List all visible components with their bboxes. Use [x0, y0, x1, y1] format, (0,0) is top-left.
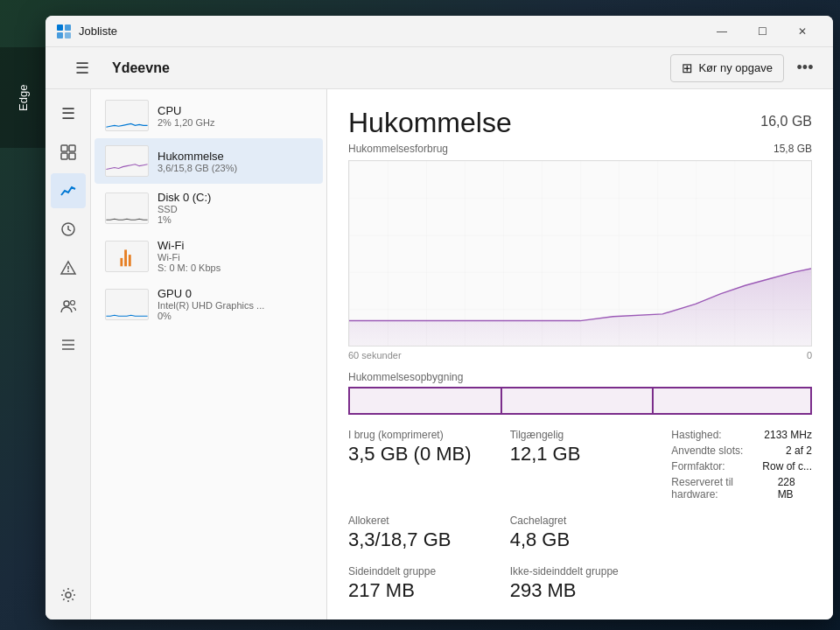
available-value: 12,1 GB: [510, 443, 651, 466]
edge-taskbar-label: Edge: [0, 47, 46, 148]
run-task-button[interactable]: ⊞ Kør ny opgave: [670, 54, 784, 82]
composition-label: Hukommelsesopbygning: [348, 371, 812, 383]
in-use-label: I brug (komprimeret): [348, 429, 489, 441]
disk-sub1: SSD: [158, 204, 312, 214]
composition-bar: [348, 387, 812, 415]
memory-sub: 3,6/15,8 GB (23%): [158, 163, 312, 173]
header-title: Ydeevne: [112, 60, 663, 76]
sidebar-item-startup[interactable]: [51, 250, 86, 285]
comp-segment-3: [654, 388, 810, 413]
stat-available: Tilgængelig 12,1 GB: [510, 429, 651, 500]
slots-row: Anvendte slots: 2 af 2: [671, 444, 812, 457]
process-item-wifi[interactable]: Wi-Fi Wi-Fi S: 0 M: 0 Kbps: [94, 232, 323, 280]
disk-info: Disk 0 (C:) SSD 1%: [158, 191, 312, 225]
svg-point-11: [67, 270, 69, 272]
svg-rect-1: [65, 24, 71, 31]
sidebar-item-menu[interactable]: ☰: [51, 96, 86, 131]
memory-name: Hukommelse: [158, 150, 312, 163]
cpu-info: CPU 2% 1,20 GHz: [158, 104, 312, 128]
window-controls: — ☐ ✕: [702, 16, 822, 47]
process-item-disk[interactable]: Disk 0 (C:) SSD 1%: [94, 184, 323, 232]
comp-segment-2: [502, 388, 654, 413]
stat-paged: Sideinddelt gruppe 217 MB: [348, 565, 489, 602]
svg-rect-4: [61, 145, 67, 151]
memory-info: Hukommelse 3,6/15,8 GB (23%): [158, 150, 312, 173]
header-bar: ☰ Ydeevne ⊞ Kør ny opgave •••: [46, 47, 833, 89]
cached-value: 4,8 GB: [510, 528, 651, 551]
disk-name: Disk 0 (C:): [158, 191, 312, 204]
speed-row: Hastighed: 2133 MHz: [671, 429, 812, 441]
sidebar-item-details[interactable]: [51, 327, 86, 362]
titlebar: Jobliste — ☐ ✕: [46, 16, 833, 47]
memory-title: Hukommelse: [348, 107, 512, 139]
stat-cached: Cachelagret 4,8 GB: [510, 514, 651, 551]
memory-mini-chart: [105, 145, 149, 177]
available-label: Tilgængelig: [510, 429, 651, 441]
right-panel: Hukommelse 16,0 GB Hukommelsesforbrug 15…: [327, 89, 833, 620]
nonpaged-label: Ikke-sideinddelt gruppe: [510, 565, 651, 578]
cached-label: Cachelagret: [510, 514, 651, 527]
run-task-label: Kør ny opgave: [698, 61, 773, 74]
sidebar-item-users[interactable]: [51, 289, 86, 324]
run-task-icon: ⊞: [682, 60, 693, 76]
memory-total: 16,0 GB: [760, 114, 812, 130]
reserved-label: Reserveret til hardware:: [671, 476, 777, 500]
svg-rect-6: [61, 153, 67, 159]
process-item-cpu[interactable]: CPU 2% 1,20 GHz: [94, 93, 323, 138]
wifi-info: Wi-Fi Wi-Fi S: 0 M: 0 Kbps: [158, 239, 312, 273]
wifi-sub1: Wi-Fi: [158, 252, 312, 262]
disk-mini-chart: [105, 192, 149, 224]
menu-button[interactable]: ☰: [68, 54, 96, 82]
svg-rect-7: [69, 153, 75, 159]
disk-sub2: 1%: [158, 214, 312, 225]
header-actions: ⊞ Kør ny opgave •••: [670, 54, 819, 82]
minimize-button[interactable]: —: [702, 16, 742, 47]
stat-in-use: I brug (komprimeret) 3,5 GB (0 MB): [348, 429, 489, 500]
time-right: 0: [807, 350, 812, 360]
content-area: ☰: [46, 89, 833, 620]
cpu-name: CPU: [158, 104, 312, 117]
speed-value: 2133 MHz: [764, 429, 812, 441]
svg-rect-2: [57, 32, 63, 38]
form-row: Formfaktor: Row of c...: [671, 460, 812, 472]
memory-graph: [348, 160, 812, 346]
sidebar-item-performance[interactable]: [51, 173, 86, 208]
svg-point-13: [70, 301, 74, 305]
close-button[interactable]: ✕: [782, 16, 822, 47]
more-options-button[interactable]: •••: [791, 54, 819, 82]
gpu-mini-chart: [105, 289, 149, 320]
gpu-sub1: Intel(R) UHD Graphics ...: [158, 300, 312, 311]
reserved-row: Reserveret til hardware: 228 MB: [671, 476, 812, 500]
process-list: CPU 2% 1,20 GHz Hukommelse: [91, 89, 326, 620]
maximize-button[interactable]: ☐: [742, 16, 782, 47]
graph-time-labels: 60 sekunder 0: [348, 350, 812, 360]
svg-rect-20: [120, 257, 122, 265]
desktop: Edge Jobliste — ☐ ✕ ☰: [0, 0, 840, 630]
sidebar-item-processes[interactable]: [51, 135, 86, 170]
svg-point-17: [66, 592, 71, 598]
svg-rect-0: [57, 24, 63, 31]
titlebar-icon: [56, 24, 72, 39]
gpu-sub2: 0%: [158, 311, 312, 321]
paged-label: Sideinddelt gruppe: [348, 565, 489, 578]
svg-point-12: [64, 301, 69, 306]
sidebar-item-services[interactable]: [51, 578, 86, 612]
process-item-memory[interactable]: Hukommelse 3,6/15,8 GB (23%): [94, 138, 323, 184]
wifi-name: Wi-Fi: [158, 239, 312, 252]
comp-segment-1: [350, 388, 502, 413]
nonpaged-value: 293 MB: [510, 579, 651, 602]
stats-grid: I brug (komprimeret) 3,5 GB (0 MB) Tilgæ…: [348, 429, 812, 602]
svg-rect-19: [129, 255, 131, 266]
process-item-gpu[interactable]: GPU 0 Intel(R) UHD Graphics ... 0%: [94, 280, 323, 328]
svg-rect-3: [65, 32, 71, 38]
stat-nonpaged: Ikke-sideinddelt gruppe 293 MB: [510, 565, 651, 602]
wifi-sub2: S: 0 M: 0 Kbps: [158, 262, 312, 273]
gpu-name: GPU 0: [158, 287, 312, 300]
sidebar-item-history[interactable]: [51, 212, 86, 247]
slots-value: 2 af 2: [786, 444, 812, 457]
sidebar-icons: ☰: [46, 89, 91, 620]
form-value: Row of c...: [762, 460, 812, 472]
allocated-label: Allokeret: [348, 514, 489, 527]
usage-value: 15,8 GB: [774, 143, 812, 157]
svg-rect-5: [69, 145, 75, 151]
